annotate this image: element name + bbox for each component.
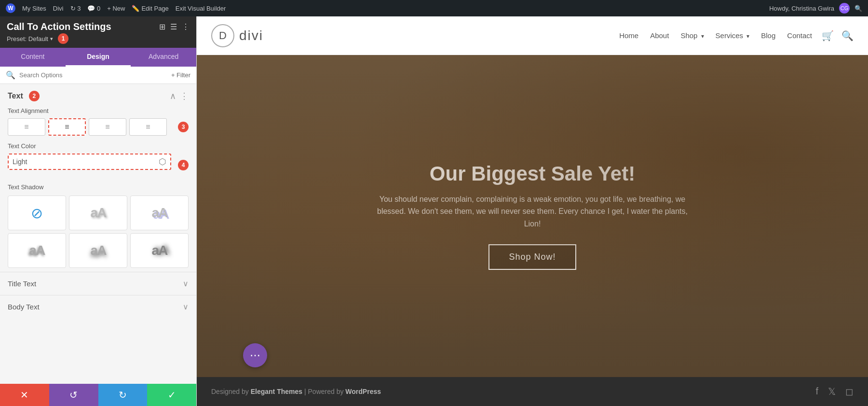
section-header: Text 2 ∧ ⋮	[8, 91, 189, 101]
divi-nav-icons: 🛒 🔍	[822, 30, 854, 42]
shadow-preview-2: aA	[152, 205, 167, 221]
instagram-icon[interactable]: ◻	[845, 386, 854, 397]
divi-nav-links: Home About Shop ▾ Services ▾ Blog Contac…	[619, 31, 812, 40]
nav-link-about[interactable]: About	[650, 31, 669, 40]
more-icon[interactable]: ⋮	[182, 22, 190, 31]
nav-link-blog[interactable]: Blog	[761, 31, 775, 40]
collapse-icon[interactable]: ⊞	[159, 22, 165, 31]
shadow-preview-5: aA	[152, 243, 167, 258]
my-sites-link[interactable]: My Sites	[22, 5, 46, 12]
alignment-options: ≡ ≡ ≡ ≡	[8, 118, 174, 136]
shadow-grid: ⊘ aA aA aA aA aA	[8, 196, 189, 268]
body-text-section[interactable]: Body Text ∨	[0, 295, 196, 318]
bottom-toolbar: ✕ ↺ ↻ ✓	[0, 384, 196, 406]
align-justify-button[interactable]: ≡	[129, 118, 167, 136]
divi-nav: D divi Home About Shop ▾ Services ▾ Blog…	[197, 16, 868, 55]
alignment-label: Text Alignment	[8, 107, 189, 114]
wordpress-icon[interactable]: W	[6, 3, 15, 13]
section-title: Text 2	[8, 91, 40, 101]
cancel-button[interactable]: ✕	[0, 384, 49, 406]
align-right-button[interactable]: ≡	[89, 118, 126, 136]
panel-header: Call To Action Settings ⊞ ☰ ⋮ Preset: De…	[0, 16, 196, 48]
panel-preset[interactable]: Preset: Default ▾ 1	[7, 33, 190, 44]
hero-body: You should never complain, complaining i…	[368, 193, 696, 230]
footer-icons: f 𝕏 ◻	[815, 386, 854, 397]
shop-arrow: ▾	[701, 33, 704, 40]
exit-builder-link[interactable]: Exit Visual Builder	[176, 5, 226, 12]
body-text-label: Body Text	[8, 303, 40, 311]
panel-title: Call To Action Settings	[7, 21, 111, 32]
text-section: Text 2 ∧ ⋮ Text Alignment ≡ ≡ ≡ ≡	[0, 84, 196, 272]
search-icon: 🔍	[6, 70, 15, 80]
nav-link-home[interactable]: Home	[619, 31, 638, 40]
undo-button[interactable]: ↺	[49, 384, 98, 406]
hero-title: Our Biggest Sale Yet!	[430, 162, 635, 185]
divi-logo-circle: D	[211, 24, 234, 47]
nav-link-shop[interactable]: Shop ▾	[680, 31, 704, 40]
preset-arrow: ▾	[50, 36, 53, 42]
badge-2: 2	[29, 91, 40, 101]
admin-bar-right: Howdy, Christina Gwira CG 🔍	[769, 3, 862, 14]
edit-page-link[interactable]: ✏️ Edit Page	[132, 5, 168, 12]
body-text-arrow: ∨	[183, 302, 189, 311]
color-select[interactable]: Light Dark	[13, 158, 159, 166]
shadow-style-2-button[interactable]: aA	[130, 196, 189, 230]
panel-search: 🔍 + Filter	[0, 67, 196, 84]
shadow-preview-4: aA	[91, 243, 106, 258]
search-input[interactable]	[19, 71, 167, 79]
panel-tabs: Content Design Advanced	[0, 48, 196, 67]
shop-now-button[interactable]: Shop Now!	[488, 244, 576, 270]
fab-button[interactable]: ⋯	[243, 343, 267, 367]
admin-search-icon[interactable]: 🔍	[854, 5, 862, 12]
divi-link[interactable]: Divi	[53, 5, 64, 12]
divi-logo: D divi	[211, 24, 619, 47]
cart-icon[interactable]: 🛒	[822, 30, 834, 42]
shadow-none-button[interactable]: ⊘	[8, 196, 66, 230]
shadow-preview-1: aA	[91, 205, 106, 221]
title-text-label: Title Text	[8, 280, 36, 288]
tab-advanced[interactable]: Advanced	[131, 48, 196, 67]
shadow-label: Text Shadow	[8, 183, 189, 191]
right-content: D divi Home About Shop ▾ Services ▾ Blog…	[197, 16, 868, 406]
badge-1: 1	[58, 33, 68, 44]
redo-button[interactable]: ↻	[98, 384, 148, 406]
save-button[interactable]: ✓	[147, 384, 196, 406]
text-label: Text	[8, 92, 23, 100]
expand-icon[interactable]: ☰	[170, 22, 177, 31]
filter-button[interactable]: + Filter	[171, 71, 190, 79]
wp-admin-bar: W My Sites Divi ↻ 3 💬 0 + New ✏️ Edit Pa…	[0, 0, 868, 16]
shadow-style-3-button[interactable]: aA	[8, 233, 66, 268]
nav-link-services[interactable]: Services ▾	[716, 31, 750, 40]
shadow-style-1-button[interactable]: aA	[69, 196, 127, 230]
color-label: Text Color	[8, 142, 189, 150]
panel-scroll: Text 2 ∧ ⋮ Text Alignment ≡ ≡ ≡ ≡	[0, 84, 196, 384]
align-center-button[interactable]: ≡	[48, 118, 86, 136]
updates-icon[interactable]: ↻ 3	[70, 5, 81, 12]
left-panel: Call To Action Settings ⊞ ☰ ⋮ Preset: De…	[0, 16, 197, 406]
collapse-arrow[interactable]: ∧	[170, 91, 176, 101]
comments-icon[interactable]: 💬 0	[87, 5, 100, 12]
no-shadow-icon: ⊘	[31, 205, 43, 222]
nav-search-icon[interactable]: 🔍	[841, 30, 854, 42]
color-select-wrap: Light Dark ⬡	[8, 154, 171, 170]
section-more[interactable]: ⋮	[180, 91, 189, 101]
shadow-style-5-button[interactable]: aA	[130, 233, 189, 268]
color-arrow: ⬡	[159, 156, 166, 167]
twitter-icon[interactable]: 𝕏	[828, 386, 836, 397]
title-text-section[interactable]: Title Text ∨	[0, 272, 196, 295]
footer-text: Designed by Elegant Themes | Powered by …	[211, 388, 381, 395]
admin-avatar: CG	[839, 3, 850, 14]
shadow-preview-3: aA	[29, 243, 45, 258]
badge-4: 4	[178, 160, 189, 170]
align-left-button[interactable]: ≡	[8, 118, 45, 136]
new-link[interactable]: + New	[107, 5, 125, 12]
facebook-icon[interactable]: f	[815, 386, 818, 397]
section-actions: ∧ ⋮	[170, 91, 189, 101]
nav-link-contact[interactable]: Contact	[787, 31, 812, 40]
tab-content[interactable]: Content	[0, 48, 66, 67]
tab-design[interactable]: Design	[66, 48, 131, 67]
shadow-style-4-button[interactable]: aA	[69, 233, 127, 268]
main-area: Call To Action Settings ⊞ ☰ ⋮ Preset: De…	[0, 16, 868, 406]
admin-bar-left: W My Sites Divi ↻ 3 💬 0 + New ✏️ Edit Pa…	[6, 3, 226, 13]
divi-logo-text: divi	[239, 28, 263, 43]
